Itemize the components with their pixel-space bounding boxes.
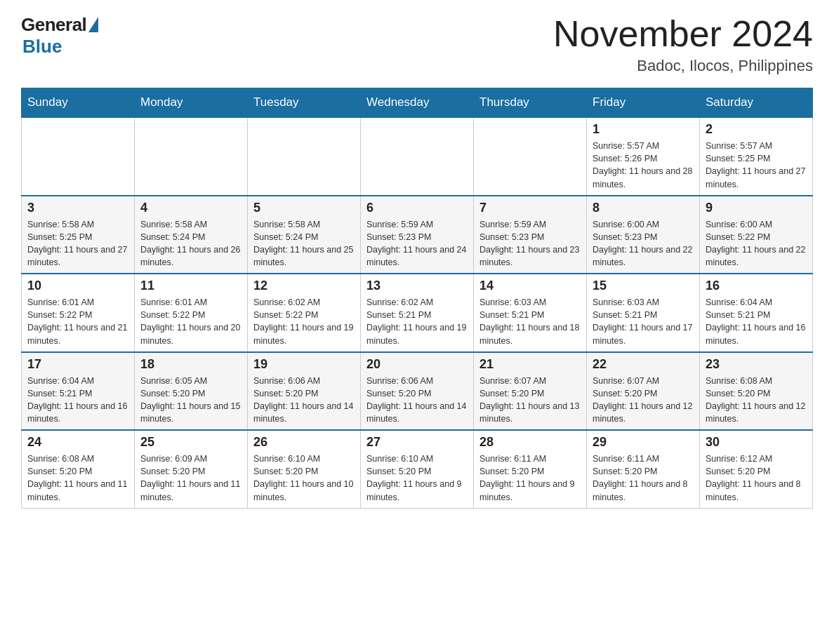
calendar-cell: 2Sunrise: 5:57 AM Sunset: 5:25 PM Daylig… bbox=[700, 117, 813, 196]
day-number: 5 bbox=[253, 201, 355, 215]
calendar-cell: 3Sunrise: 5:58 AM Sunset: 5:25 PM Daylig… bbox=[22, 196, 135, 274]
calendar-cell: 16Sunrise: 6:04 AM Sunset: 5:21 PM Dayli… bbox=[700, 274, 813, 352]
day-info: Sunrise: 5:57 AM Sunset: 5:26 PM Dayligh… bbox=[593, 140, 694, 191]
day-number: 28 bbox=[479, 435, 581, 450]
day-info: Sunrise: 6:03 AM Sunset: 5:21 PM Dayligh… bbox=[593, 296, 694, 347]
day-number: 24 bbox=[27, 435, 128, 450]
day-number: 26 bbox=[253, 435, 355, 450]
calendar-cell: 29Sunrise: 6:11 AM Sunset: 5:20 PM Dayli… bbox=[587, 430, 700, 508]
calendar-cell: 18Sunrise: 6:05 AM Sunset: 5:20 PM Dayli… bbox=[135, 352, 248, 431]
logo-blue-text: Blue bbox=[22, 36, 62, 58]
calendar-cell: 13Sunrise: 6:02 AM Sunset: 5:21 PM Dayli… bbox=[361, 274, 474, 352]
day-header-tuesday: Tuesday bbox=[248, 88, 361, 118]
calendar-cell bbox=[22, 117, 135, 196]
day-number: 10 bbox=[27, 279, 128, 293]
day-info: Sunrise: 6:04 AM Sunset: 5:21 PM Dayligh… bbox=[706, 296, 807, 347]
day-number: 19 bbox=[253, 357, 355, 372]
day-header-saturday: Saturday bbox=[700, 88, 813, 118]
day-info: Sunrise: 6:00 AM Sunset: 5:22 PM Dayligh… bbox=[706, 218, 807, 269]
day-number: 1 bbox=[593, 122, 694, 137]
calendar-cell: 8Sunrise: 6:00 AM Sunset: 5:23 PM Daylig… bbox=[587, 196, 700, 274]
day-info: Sunrise: 6:07 AM Sunset: 5:20 PM Dayligh… bbox=[479, 375, 581, 426]
calendar-cell: 7Sunrise: 5:59 AM Sunset: 5:23 PM Daylig… bbox=[474, 196, 587, 274]
day-info: Sunrise: 6:06 AM Sunset: 5:20 PM Dayligh… bbox=[253, 375, 355, 426]
calendar-cell: 22Sunrise: 6:07 AM Sunset: 5:20 PM Dayli… bbox=[587, 352, 700, 431]
day-info: Sunrise: 6:10 AM Sunset: 5:20 PM Dayligh… bbox=[366, 452, 468, 504]
day-number: 20 bbox=[366, 357, 468, 372]
day-header-wednesday: Wednesday bbox=[361, 88, 474, 118]
day-number: 13 bbox=[366, 279, 468, 293]
day-number: 23 bbox=[706, 357, 807, 372]
day-number: 7 bbox=[479, 201, 581, 215]
calendar-cell: 11Sunrise: 6:01 AM Sunset: 5:22 PM Dayli… bbox=[135, 274, 248, 352]
day-info: Sunrise: 6:08 AM Sunset: 5:20 PM Dayligh… bbox=[706, 375, 807, 426]
calendar-cell: 19Sunrise: 6:06 AM Sunset: 5:20 PM Dayli… bbox=[248, 352, 361, 431]
day-info: Sunrise: 6:10 AM Sunset: 5:20 PM Dayligh… bbox=[253, 452, 355, 504]
day-header-friday: Friday bbox=[587, 88, 700, 118]
day-info: Sunrise: 5:58 AM Sunset: 5:25 PM Dayligh… bbox=[27, 218, 128, 269]
day-number: 14 bbox=[479, 279, 581, 293]
calendar-week-row: 10Sunrise: 6:01 AM Sunset: 5:22 PM Dayli… bbox=[22, 274, 813, 352]
day-number: 27 bbox=[366, 435, 468, 450]
day-info: Sunrise: 6:04 AM Sunset: 5:21 PM Dayligh… bbox=[27, 375, 128, 426]
calendar-cell: 21Sunrise: 6:07 AM Sunset: 5:20 PM Dayli… bbox=[474, 352, 587, 431]
day-number: 30 bbox=[706, 435, 807, 450]
day-number: 8 bbox=[593, 201, 694, 215]
day-header-thursday: Thursday bbox=[474, 88, 587, 118]
page-header: General Blue November 2024 Badoc, Ilocos… bbox=[21, 14, 813, 75]
calendar-cell: 6Sunrise: 5:59 AM Sunset: 5:23 PM Daylig… bbox=[361, 196, 474, 274]
day-info: Sunrise: 6:08 AM Sunset: 5:20 PM Dayligh… bbox=[27, 452, 128, 504]
day-info: Sunrise: 5:59 AM Sunset: 5:23 PM Dayligh… bbox=[479, 218, 581, 269]
day-number: 16 bbox=[706, 279, 807, 293]
day-number: 11 bbox=[140, 279, 241, 293]
calendar-cell bbox=[474, 117, 587, 196]
calendar-cell bbox=[248, 117, 361, 196]
day-info: Sunrise: 6:01 AM Sunset: 5:22 PM Dayligh… bbox=[27, 296, 128, 347]
calendar-cell: 25Sunrise: 6:09 AM Sunset: 5:20 PM Dayli… bbox=[135, 430, 248, 508]
calendar-table: SundayMondayTuesdayWednesdayThursdayFrid… bbox=[21, 88, 813, 509]
day-header-monday: Monday bbox=[135, 88, 248, 118]
day-number: 25 bbox=[140, 435, 241, 450]
day-number: 29 bbox=[593, 435, 694, 450]
calendar-cell: 9Sunrise: 6:00 AM Sunset: 5:22 PM Daylig… bbox=[700, 196, 813, 274]
calendar-cell: 30Sunrise: 6:12 AM Sunset: 5:20 PM Dayli… bbox=[700, 430, 813, 508]
day-number: 2 bbox=[706, 122, 807, 137]
day-info: Sunrise: 6:02 AM Sunset: 5:21 PM Dayligh… bbox=[366, 296, 468, 347]
calendar-cell bbox=[135, 117, 248, 196]
calendar-header-row: SundayMondayTuesdayWednesdayThursdayFrid… bbox=[22, 88, 813, 118]
calendar-cell: 12Sunrise: 6:02 AM Sunset: 5:22 PM Dayli… bbox=[248, 274, 361, 352]
day-info: Sunrise: 5:58 AM Sunset: 5:24 PM Dayligh… bbox=[253, 218, 355, 269]
day-info: Sunrise: 6:00 AM Sunset: 5:23 PM Dayligh… bbox=[593, 218, 694, 269]
month-title: November 2024 bbox=[553, 14, 813, 54]
calendar-week-row: 3Sunrise: 5:58 AM Sunset: 5:25 PM Daylig… bbox=[22, 196, 813, 274]
day-info: Sunrise: 5:59 AM Sunset: 5:23 PM Dayligh… bbox=[366, 218, 468, 269]
calendar-cell: 10Sunrise: 6:01 AM Sunset: 5:22 PM Dayli… bbox=[22, 274, 135, 352]
day-number: 21 bbox=[479, 357, 581, 372]
calendar-cell: 26Sunrise: 6:10 AM Sunset: 5:20 PM Dayli… bbox=[248, 430, 361, 508]
day-number: 18 bbox=[140, 357, 241, 372]
day-info: Sunrise: 6:11 AM Sunset: 5:20 PM Dayligh… bbox=[593, 452, 694, 504]
day-info: Sunrise: 6:06 AM Sunset: 5:20 PM Dayligh… bbox=[366, 375, 468, 426]
day-number: 15 bbox=[593, 279, 694, 293]
calendar-cell: 27Sunrise: 6:10 AM Sunset: 5:20 PM Dayli… bbox=[361, 430, 474, 508]
day-number: 6 bbox=[366, 201, 468, 215]
day-info: Sunrise: 6:09 AM Sunset: 5:20 PM Dayligh… bbox=[140, 452, 241, 504]
calendar-cell bbox=[361, 117, 474, 196]
day-info: Sunrise: 6:03 AM Sunset: 5:21 PM Dayligh… bbox=[479, 296, 581, 347]
calendar-cell: 1Sunrise: 5:57 AM Sunset: 5:26 PM Daylig… bbox=[587, 117, 700, 196]
calendar-cell: 23Sunrise: 6:08 AM Sunset: 5:20 PM Dayli… bbox=[700, 352, 813, 431]
calendar-cell: 4Sunrise: 5:58 AM Sunset: 5:24 PM Daylig… bbox=[135, 196, 248, 274]
calendar-cell: 14Sunrise: 6:03 AM Sunset: 5:21 PM Dayli… bbox=[474, 274, 587, 352]
calendar-week-row: 1Sunrise: 5:57 AM Sunset: 5:26 PM Daylig… bbox=[22, 117, 813, 196]
day-number: 3 bbox=[27, 201, 128, 215]
day-info: Sunrise: 6:07 AM Sunset: 5:20 PM Dayligh… bbox=[593, 375, 694, 426]
day-number: 4 bbox=[140, 201, 241, 215]
calendar-cell: 24Sunrise: 6:08 AM Sunset: 5:20 PM Dayli… bbox=[22, 430, 135, 508]
day-info: Sunrise: 5:58 AM Sunset: 5:24 PM Dayligh… bbox=[140, 218, 241, 269]
day-number: 12 bbox=[253, 279, 355, 293]
day-number: 17 bbox=[27, 357, 128, 372]
calendar-cell: 20Sunrise: 6:06 AM Sunset: 5:20 PM Dayli… bbox=[361, 352, 474, 431]
calendar-cell: 15Sunrise: 6:03 AM Sunset: 5:21 PM Dayli… bbox=[587, 274, 700, 352]
logo: General Blue bbox=[21, 14, 98, 58]
calendar-week-row: 24Sunrise: 6:08 AM Sunset: 5:20 PM Dayli… bbox=[22, 430, 813, 508]
